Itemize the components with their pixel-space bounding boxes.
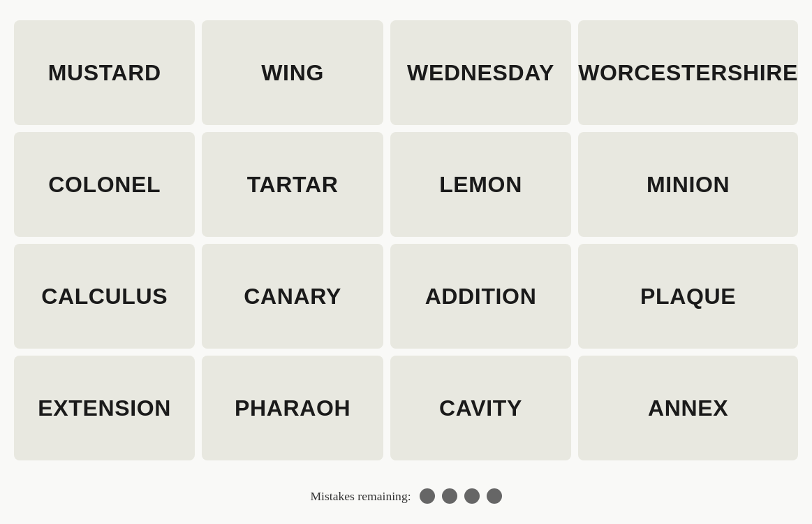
word-label-wing: WING xyxy=(261,60,324,86)
word-label-calculus: CALCULUS xyxy=(41,284,168,310)
word-card-cavity[interactable]: CAVITY xyxy=(390,356,571,460)
word-card-mustard[interactable]: MUSTARD xyxy=(14,20,195,125)
word-card-wednesday[interactable]: WEDNESDAY xyxy=(390,20,571,125)
word-card-plaque[interactable]: PLAQUE xyxy=(578,244,798,349)
mistake-dot-4 xyxy=(487,488,502,504)
word-card-minion[interactable]: MINION xyxy=(578,132,798,237)
mistakes-dots xyxy=(420,488,502,504)
word-card-worcestershire[interactable]: WORCESTERSHIRE xyxy=(578,20,798,125)
word-label-annex: ANNEX xyxy=(648,395,728,421)
word-card-extension[interactable]: EXTENSION xyxy=(14,356,195,460)
word-card-pharaoh[interactable]: PHARAOH xyxy=(202,356,383,460)
word-label-colonel: COLONEL xyxy=(48,172,161,198)
word-label-minion: MINION xyxy=(647,172,730,198)
word-label-pharaoh: PHARAOH xyxy=(235,395,350,421)
mistake-dot-2 xyxy=(442,488,457,504)
mistakes-label: Mistakes remaining: xyxy=(310,489,411,504)
word-card-lemon[interactable]: LEMON xyxy=(390,132,571,237)
word-label-extension: EXTENSION xyxy=(38,395,171,421)
word-label-tartar: TARTAR xyxy=(247,172,339,198)
word-label-worcestershire: WORCESTERSHIRE xyxy=(578,60,798,86)
word-card-addition[interactable]: ADDITION xyxy=(390,244,571,349)
word-card-canary[interactable]: CANARY xyxy=(202,244,383,349)
word-card-calculus[interactable]: CALCULUS xyxy=(14,244,195,349)
word-card-colonel[interactable]: COLONEL xyxy=(14,132,195,237)
word-label-lemon: LEMON xyxy=(439,172,522,198)
word-label-plaque: PLAQUE xyxy=(640,284,736,310)
word-label-cavity: CAVITY xyxy=(439,395,522,421)
mistake-dot-3 xyxy=(464,488,480,504)
word-card-wing[interactable]: WING xyxy=(202,20,383,125)
word-card-annex[interactable]: ANNEX xyxy=(578,356,798,460)
word-label-wednesday: WEDNESDAY xyxy=(407,60,554,86)
word-grid: MUSTARDWINGWEDNESDAYWORCESTERSHIRECOLONE… xyxy=(14,20,798,460)
word-label-addition: ADDITION xyxy=(425,284,537,310)
mistakes-remaining-row: Mistakes remaining: xyxy=(310,488,501,504)
word-label-canary: CANARY xyxy=(244,284,341,310)
word-label-mustard: MUSTARD xyxy=(48,60,161,86)
mistake-dot-1 xyxy=(420,488,435,504)
word-card-tartar[interactable]: TARTAR xyxy=(202,132,383,237)
